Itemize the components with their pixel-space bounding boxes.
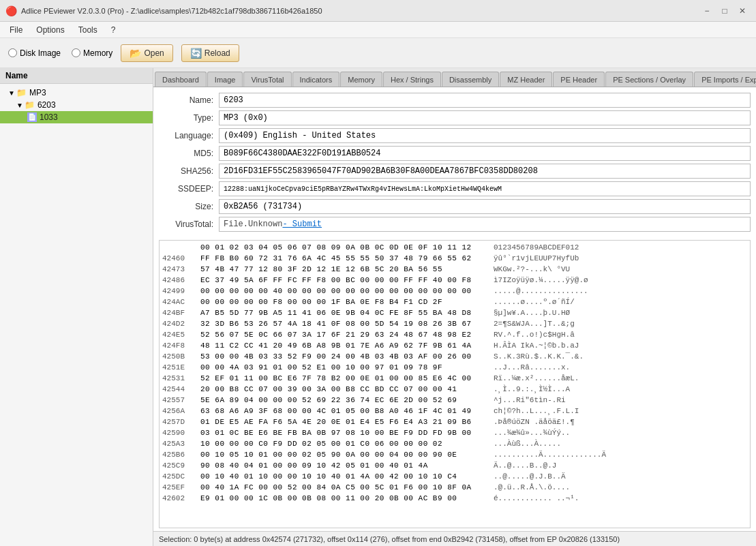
hex-data-row[interactable]: 4256A63 68 A6 A9 3F 68 00 00 4C 01 05 00… — [162, 406, 747, 416]
hex-bytes: EC 37 49 5A 6F FF FC FF F8 00 BC 00 00 0… — [200, 275, 494, 286]
ssdeep-label: SSDEEP: — [159, 184, 213, 194]
detail-row-language: Language: (0x409) English - United State… — [159, 128, 751, 143]
tab-pe-sections[interactable]: PE Sections / Overlay — [605, 72, 693, 87]
tab-mz-header[interactable]: MZ Header — [500, 72, 552, 87]
tab-image[interactable]: Image — [207, 72, 243, 87]
hex-data-row[interactable]: 4249900 00 00 00 00 40 00 00 00 00 00 00… — [162, 286, 747, 297]
hex-data-row[interactable]: 4259003 01 0C BE E6 BE FB BA 0B 97 08 10… — [162, 427, 747, 438]
tab-pe-header[interactable]: PE Header — [553, 72, 605, 87]
hex-data-row[interactable]: 42460FF FB B0 60 72 31 76 6A 4C 45 55 55… — [162, 253, 747, 264]
tab-memory[interactable]: Memory — [340, 72, 382, 87]
hex-data-row[interactable]: 424AC00 00 00 00 00 F8 00 00 00 1F BA 0E… — [162, 297, 747, 307]
menu-tools[interactable]: Tools — [72, 24, 104, 36]
status-text: Selection: 0 byte(s) at address 0x42574 … — [159, 535, 620, 543]
hex-addr: 42486 — [162, 275, 200, 286]
tree-item-mp3[interactable]: ▼ 📁 MP3 — [0, 87, 153, 99]
hex-chars: ..........Ä.............Ä — [494, 449, 747, 460]
hex-chars: ...Àùß...À..... — [494, 438, 747, 449]
menu-options[interactable]: Options — [29, 24, 71, 36]
file-tree[interactable]: ▼ 📁 MP3 ▼ 📁 6203 📄 1033 — [0, 84, 153, 546]
reload-label: Reload — [205, 48, 230, 58]
close-button[interactable]: ✕ — [734, 4, 751, 18]
reload-button[interactable]: 🔄 Reload — [181, 44, 239, 62]
hex-data-row[interactable]: 425A310 00 00 00 C0 F9 DD 02 05 00 01 C0… — [162, 438, 747, 449]
hex-data-row[interactable]: 424D232 3D B6 53 26 57 4A 18 41 0F 08 00… — [162, 318, 747, 329]
hex-data-row[interactable]: 4254420 00 B8 CC 07 00 39 00 3A 00 B8 CC… — [162, 384, 747, 395]
hex-bytes: 10 00 00 00 C0 F9 DD 02 05 00 01 C0 06 0… — [200, 438, 494, 449]
hex-data-row[interactable]: 4247357 4B 47 77 12 80 3F 2D 12 1E 12 6B… — [162, 264, 747, 275]
tab-virustotal[interactable]: VirusTotal — [243, 72, 291, 87]
disk-image-radio[interactable] — [8, 48, 17, 57]
tab-disassembly[interactable]: Disassembly — [442, 72, 499, 87]
tab-dashboard[interactable]: Dashboard — [155, 72, 207, 87]
hex-data-row[interactable]: 425B600 10 05 10 01 00 00 02 05 90 0A 00… — [162, 449, 747, 460]
hex-data-row[interactable]: 4250B53 00 00 4B 03 33 52 F9 00 24 00 4B… — [162, 351, 747, 362]
hex-data-row[interactable]: 42486EC 37 49 5A 6F FF FC FF F8 00 BC 00… — [162, 275, 747, 286]
titlebar: 🔴 Adlice PEviewer V2.0.3.0 (Pro) - Z:\ad… — [0, 0, 756, 22]
hex-bytes: E9 01 00 00 1C 0B 00 0B 08 00 11 00 20 0… — [200, 493, 494, 504]
menu-file[interactable]: File — [3, 24, 29, 36]
hex-addr: 42602 — [162, 493, 200, 504]
minimize-button[interactable]: − — [699, 4, 715, 18]
statusbar: Selection: 0 byte(s) at address 0x42574 … — [153, 531, 756, 546]
hex-chars: RV.^.f..o!)c$HgH.â — [494, 329, 747, 340]
tab-hex-strings[interactable]: Hex / Strings — [383, 72, 441, 87]
hex-data-row[interactable]: 4257D01 DE E5 AE FA F6 5A 4E 20 0E 01 E4… — [162, 416, 747, 427]
md5-label: MD5: — [159, 149, 213, 158]
sidebar: Name ▼ 📁 MP3 ▼ 📁 6203 📄 1033 — [0, 68, 153, 546]
hex-data-row[interactable]: 424BFA7 B5 5D 77 9B A5 11 41 06 0E 9B 04… — [162, 307, 747, 318]
memory-radio-label[interactable]: Memory — [72, 48, 112, 58]
tree-label-6203: 6203 — [37, 100, 56, 110]
hex-data-row[interactable]: 4251E00 00 4A 03 91 01 00 52 E1 00 10 00… — [162, 362, 747, 373]
tree-item-6203[interactable]: ▼ 📁 6203 — [0, 99, 153, 111]
virustotal-submit-link[interactable]: - Submit — [282, 219, 322, 229]
tree-arrow-mp3: ▼ — [8, 89, 15, 97]
menubar: File Options Tools ? — [0, 22, 756, 38]
tree-item-1033[interactable]: 📄 1033 — [0, 111, 153, 123]
hex-data-row[interactable]: 4253152 EF 01 11 00 BC E6 7F 78 B2 00 0E… — [162, 373, 747, 384]
detail-row-ssdeep: SSDEEP: 12288:uaN1jkoCeCpva9ciE5pRBaYZRw… — [159, 181, 751, 196]
hex-chars: ì7IZoÿüÿø.¼.....ÿÿ@.ø — [494, 275, 747, 286]
open-button[interactable]: 📂 Open — [121, 44, 172, 62]
hex-addr: 425C9 — [162, 460, 200, 471]
hex-chars: S..K.3Rù.$..K.K.¯.&. — [494, 351, 747, 362]
hex-viewer: 00 01 02 03 04 05 06 07 08 09 0A 0B 0C 0… — [159, 240, 751, 528]
hex-col-header-chars: 0123456789ABCDEF012 — [494, 242, 747, 253]
hex-scroll-area[interactable]: 00 01 02 03 04 05 06 07 08 09 0A 0B 0C 0… — [160, 241, 750, 528]
open-label: Open — [144, 48, 164, 58]
hex-data-row[interactable]: 425DC00 10 40 01 10 00 00 10 10 40 01 4A… — [162, 471, 747, 482]
hex-addr: 4251E — [162, 362, 200, 373]
disk-image-label: Disk Image — [20, 48, 61, 58]
hex-addr: 424BF — [162, 307, 200, 318]
tab-indicators[interactable]: Indicators — [292, 72, 340, 87]
hex-chars: ..@.....@.J.B..Ä — [494, 471, 747, 482]
hex-data-row[interactable]: 42602E9 01 00 00 1C 0B 00 0B 08 00 11 00… — [162, 493, 747, 504]
hex-data-row[interactable]: 425575E 6A 89 04 00 00 00 52 69 22 36 74… — [162, 395, 747, 406]
hex-data-row[interactable]: 424E552 56 07 5E 0C 66 07 3A 17 6F 21 29… — [162, 329, 747, 340]
tab-pe-imports[interactable]: PE Imports / Exports / TLS — [694, 72, 756, 87]
file-icon-1033: 📄 — [27, 112, 37, 122]
memory-radio[interactable] — [72, 48, 80, 57]
hex-addr: 424D2 — [162, 318, 200, 329]
hex-bytes: 00 00 4A 03 91 01 00 52 E1 00 10 00 97 0… — [200, 362, 494, 373]
window-title: Adlice PEviewer V2.0.3.0 (Pro) - Z:\adli… — [21, 7, 699, 15]
maximize-button[interactable]: □ — [716, 4, 733, 18]
content-area: Name: 6203 Type: MP3 (0x0) Language: (0x… — [153, 87, 756, 546]
hex-chars: é............ ..¬¹. — [494, 493, 747, 504]
hex-chars: H.ÂÌA IkA.~¦©b.b.aJ — [494, 340, 747, 351]
hex-chars: Ä..@....B..@.J — [494, 460, 747, 471]
hex-bytes: 52 EF 01 11 00 BC E6 7F 78 B2 00 0E 01 0… — [200, 373, 494, 384]
disk-image-radio-label[interactable]: Disk Image — [8, 48, 61, 58]
hex-chars: Rï..¼æ.x²......åæL. — [494, 373, 747, 384]
hex-col-header-bytes: 00 01 02 03 04 05 06 07 08 09 0A 0B 0C 0… — [200, 242, 494, 253]
menu-help[interactable]: ? — [104, 24, 123, 36]
hex-data-row[interactable]: 425C990 08 40 04 01 00 00 09 10 42 05 01… — [162, 460, 747, 471]
tab-bar: Dashboard Image VirusTotal Indicators Me… — [153, 68, 756, 87]
hex-data-row[interactable]: 424F848 11 C2 CC 41 20 49 6B A8 9B 01 7E… — [162, 340, 747, 351]
name-value: 6203 — [219, 93, 751, 108]
hex-content: 00 01 02 03 04 05 06 07 08 09 0A 0B 0C 0… — [160, 241, 750, 505]
hex-addr: 425EF — [162, 482, 200, 493]
hex-bytes: 03 01 0C BE E6 BE FB BA 0B 97 08 10 00 B… — [200, 427, 494, 438]
hex-bytes: 48 11 C2 CC 41 20 49 6B A8 9B 01 7E A6 A… — [200, 340, 494, 351]
hex-data-row[interactable]: 425EF00 40 1A FC 00 00 52 00 84 0A C5 00… — [162, 482, 747, 493]
